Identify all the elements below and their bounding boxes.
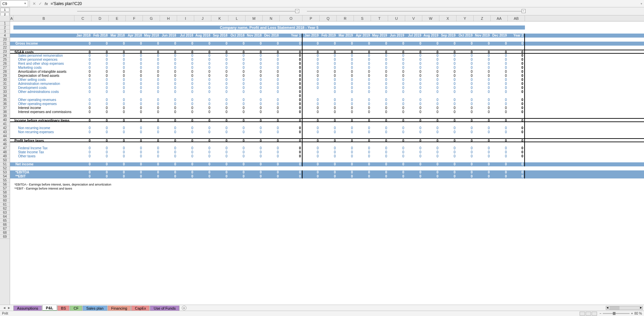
name-box[interactable]: C9 ▼ bbox=[1, 0, 28, 7]
outline-level-1[interactable]: 1 bbox=[0, 8, 9, 12]
outline-line-2 bbox=[307, 11, 522, 11]
outline-track: − − bbox=[10, 7, 644, 15]
outline-line bbox=[77, 11, 295, 11]
expand-formula-bar-icon[interactable]: ▾ bbox=[639, 2, 644, 5]
outline-levels: 1 2 bbox=[0, 7, 10, 15]
name-box-dropdown-icon[interactable]: ▼ bbox=[24, 2, 26, 5]
fx-icon[interactable]: fx bbox=[43, 2, 49, 6]
outline-collapse-2[interactable]: − bbox=[522, 9, 526, 13]
separator bbox=[30, 0, 30, 7]
outline-level-2[interactable]: 2 bbox=[0, 12, 9, 15]
name-box-value: C9 bbox=[2, 2, 7, 6]
outline-bar: 1 2 − − bbox=[0, 7, 644, 15]
formula-input[interactable] bbox=[49, 0, 639, 7]
cancel-formula-button[interactable]: ✕ bbox=[31, 1, 37, 6]
outline-collapse-1[interactable]: − bbox=[295, 9, 299, 13]
enter-formula-button[interactable]: ✓ bbox=[37, 1, 43, 6]
formula-bar: C9 ▼ ✕ ✓ fx ▾ bbox=[0, 0, 644, 7]
